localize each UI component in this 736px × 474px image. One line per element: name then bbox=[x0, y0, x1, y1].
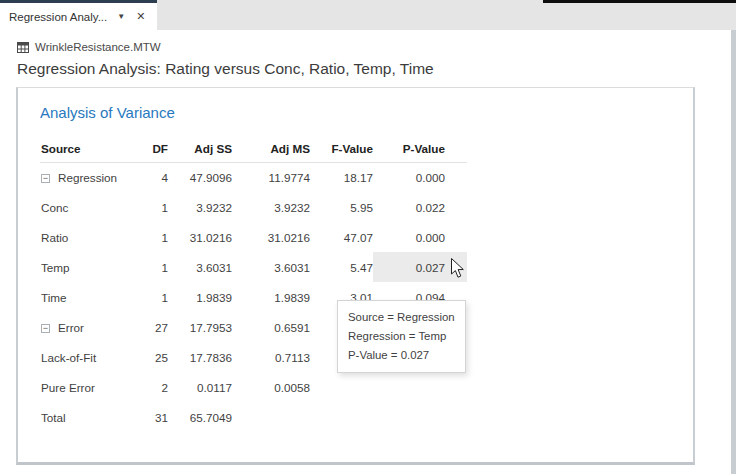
cell-source-temp[interactable]: Temp bbox=[40, 252, 130, 282]
table-row-pure-error: Pure Error 2 0.0117 0.0058 bbox=[40, 372, 467, 402]
cell-f[interactable]: 47.07 bbox=[310, 222, 373, 252]
worksheet-grid-icon bbox=[17, 42, 29, 53]
col-header-adj-ms: Adj MS bbox=[232, 136, 310, 162]
table-row-ratio: Ratio 1 31.0216 31.0216 47.07 0.000 bbox=[40, 222, 467, 252]
page-title: Regression Analysis: Rating versus Conc,… bbox=[17, 60, 434, 78]
cell-tooltip: Source = Regression Regression = Temp P-… bbox=[337, 300, 466, 373]
table-header-row: Source DF Adj SS Adj MS F-Value P-Value bbox=[40, 136, 467, 162]
chevron-down-icon[interactable]: ▼ bbox=[117, 12, 125, 21]
col-header-adj-ss: Adj SS bbox=[168, 136, 232, 162]
cell-f[interactable] bbox=[310, 402, 373, 432]
cell-adj-ss[interactable]: 17.7836 bbox=[168, 342, 232, 372]
anova-table: Source DF Adj SS Adj MS F-Value P-Value … bbox=[40, 136, 467, 432]
cell-adj-ms[interactable]: 3.6031 bbox=[232, 252, 310, 282]
cell-adj-ss[interactable]: 3.9232 bbox=[168, 192, 232, 222]
cell-df[interactable]: 1 bbox=[130, 282, 168, 312]
cell-adj-ss[interactable]: 31.0216 bbox=[168, 222, 232, 252]
cell-p[interactable] bbox=[373, 402, 467, 432]
cell-adj-ss[interactable]: 3.6031 bbox=[168, 252, 232, 282]
cell-p[interactable] bbox=[373, 372, 467, 402]
tab-regression-analysis[interactable]: Regression Analy... ▼ ✕ bbox=[0, 3, 157, 30]
col-header-source: Source bbox=[40, 136, 130, 162]
close-icon[interactable]: ✕ bbox=[136, 10, 145, 23]
cell-adj-ms[interactable]: 31.0216 bbox=[232, 222, 310, 252]
cell-source-total[interactable]: Total bbox=[40, 402, 130, 432]
cell-adj-ms[interactable]: 1.9839 bbox=[232, 282, 310, 312]
cell-adj-ss[interactable]: 17.7953 bbox=[168, 312, 232, 342]
cell-source-time[interactable]: Time bbox=[40, 282, 130, 312]
cell-f[interactable]: 5.95 bbox=[310, 192, 373, 222]
cell-f[interactable] bbox=[310, 372, 373, 402]
worksheet-link[interactable]: WrinkleResistance.MTW bbox=[17, 41, 161, 53]
tooltip-line-term: Regression = Temp bbox=[348, 327, 455, 346]
cell-source-conc[interactable]: Conc bbox=[40, 192, 130, 222]
cell-f[interactable]: 18.17 bbox=[310, 162, 373, 192]
cell-df[interactable]: 27 bbox=[130, 312, 168, 342]
table-row-total: Total 31 65.7049 bbox=[40, 402, 467, 432]
worksheet-name: WrinkleResistance.MTW bbox=[35, 41, 161, 53]
anova-heading: Analysis of Variance bbox=[40, 104, 175, 121]
cell-df[interactable]: 4 bbox=[130, 162, 168, 192]
tooltip-line-pvalue: P-Value = 0.027 bbox=[348, 346, 455, 365]
cell-source-regression[interactable]: −Regression bbox=[40, 162, 130, 192]
cell-adj-ss[interactable]: 1.9839 bbox=[168, 282, 232, 312]
mouse-cursor-icon bbox=[450, 258, 466, 280]
cell-source-pure-error[interactable]: Pure Error bbox=[40, 372, 130, 402]
cell-adj-ms[interactable]: 0.0058 bbox=[232, 372, 310, 402]
col-header-p-value: P-Value bbox=[373, 136, 467, 162]
cell-adj-ms[interactable]: 0.7113 bbox=[232, 342, 310, 372]
tab-title: Regression Analy... bbox=[9, 11, 107, 23]
cell-df[interactable]: 1 bbox=[130, 192, 168, 222]
cell-adj-ss[interactable]: 47.9096 bbox=[168, 162, 232, 192]
tab-strip bbox=[157, 0, 736, 30]
cell-p[interactable]: 0.000 bbox=[373, 222, 467, 252]
window-top-edge bbox=[543, 0, 736, 3]
tooltip-line-source: Source = Regression bbox=[348, 308, 455, 327]
cell-adj-ms[interactable]: 11.9774 bbox=[232, 162, 310, 192]
cell-source-ratio[interactable]: Ratio bbox=[40, 222, 130, 252]
col-header-f-value: F-Value bbox=[310, 136, 373, 162]
cell-adj-ms[interactable]: 0.6591 bbox=[232, 312, 310, 342]
col-header-df: DF bbox=[130, 136, 168, 162]
cell-df[interactable]: 1 bbox=[130, 252, 168, 282]
cell-adj-ss[interactable]: 65.7049 bbox=[168, 402, 232, 432]
row-label: Error bbox=[58, 321, 84, 334]
row-label: Regression bbox=[58, 171, 117, 184]
table-row-conc: Conc 1 3.9232 3.9232 5.95 0.022 bbox=[40, 192, 467, 222]
cell-f[interactable]: 5.47 bbox=[310, 252, 373, 282]
cell-p[interactable]: 0.000 bbox=[373, 162, 467, 192]
cell-df[interactable]: 1 bbox=[130, 222, 168, 252]
cell-df[interactable]: 25 bbox=[130, 342, 168, 372]
collapse-minus-icon[interactable]: − bbox=[41, 174, 50, 183]
collapse-minus-icon[interactable]: − bbox=[41, 324, 50, 333]
cell-df[interactable]: 2 bbox=[130, 372, 168, 402]
table-row-temp: Temp 1 3.6031 3.6031 5.47 0.027 bbox=[40, 252, 467, 282]
cell-df[interactable]: 31 bbox=[130, 402, 168, 432]
table-row-regression: −Regression 4 47.9096 11.9774 18.17 0.00… bbox=[40, 162, 467, 192]
cell-adj-ss[interactable]: 0.0117 bbox=[168, 372, 232, 402]
vertical-scrollbar[interactable] bbox=[731, 30, 736, 474]
cell-adj-ms[interactable] bbox=[232, 402, 310, 432]
cell-source-error[interactable]: −Error bbox=[40, 312, 130, 342]
cell-source-lack-of-fit[interactable]: Lack-of-Fit bbox=[40, 342, 130, 372]
cell-adj-ms[interactable]: 3.9232 bbox=[232, 192, 310, 222]
cell-p[interactable]: 0.022 bbox=[373, 192, 467, 222]
